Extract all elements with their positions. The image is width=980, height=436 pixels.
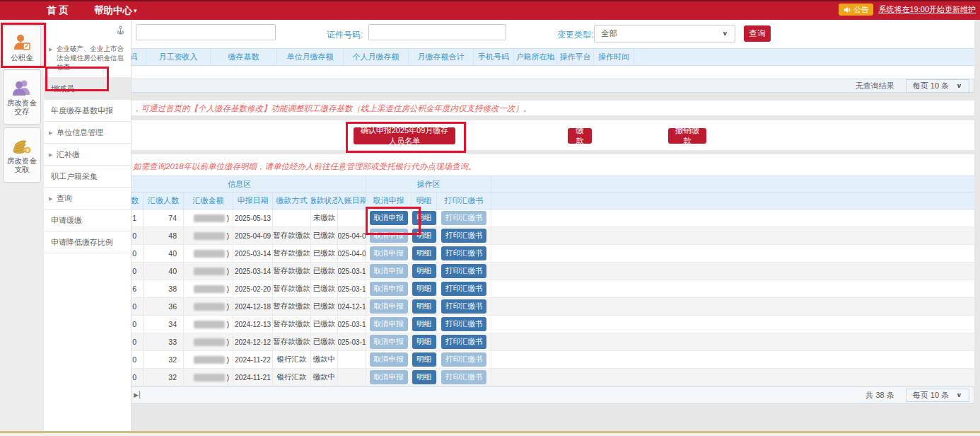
menu-item-0[interactable]: ▶企业破产、企业上市合法合规住房公积金信息核查: [44, 38, 131, 78]
print-remit-book-button[interactable]: 打印汇缴书: [441, 229, 486, 243]
t1-column-header: 月工资收入: [146, 49, 211, 65]
change-type-select[interactable]: 全部 ∨: [594, 25, 735, 42]
print-remit-book-button[interactable]: 打印汇缴书: [441, 264, 486, 278]
cancel-declare-button: 取消申报: [370, 282, 408, 296]
t2-cell-print: 打印汇缴书: [437, 227, 491, 244]
sidebar-item-fanggai-zhiqu[interactable]: ¥ 房改资金支取: [3, 127, 41, 183]
t2-cell-cancel: 取消申报: [366, 369, 412, 386]
detail-button[interactable]: 明细: [412, 335, 436, 349]
t2-cell-entry-date: 2025-04-09: [338, 245, 366, 262]
t2-cell-declare-date: 2025-03-14: [233, 263, 273, 280]
t2-cell-print: 打印汇缴书: [437, 280, 491, 297]
pay-button[interactable]: 缴款: [568, 128, 592, 144]
detail-button[interactable]: 明细: [412, 282, 436, 296]
cert-number-label: 证件号码:: [327, 29, 363, 41]
detail-button[interactable]: 明细: [412, 299, 436, 314]
masked-amount: [194, 250, 225, 258]
cert-number-input[interactable]: [368, 24, 506, 40]
detail-button[interactable]: 明细: [412, 352, 436, 367]
anchor-pin-icon[interactable]: [116, 25, 125, 35]
t2-cell-pay-method: 暂存款缴款: [273, 280, 311, 297]
print-remit-book-button: 打印汇缴书: [441, 352, 486, 367]
menu-item-1[interactable]: 增减员: [44, 78, 131, 100]
masked-amount: [194, 356, 225, 364]
masked-amount-suffix: ): [227, 338, 230, 346]
confirm-declare-button[interactable]: 确认申报2025年09月缴存人员名单: [354, 127, 455, 144]
t2-cell-declare-date: 2024-12-13: [233, 316, 273, 333]
remit-table-footer: ▶▏ 共 38 条 每页 10 条 ∨: [113, 386, 974, 403]
t2-row-filler: [491, 227, 974, 244]
t2-cell-count: 40: [144, 245, 184, 262]
t2-cell-pay-status: 已缴款: [311, 280, 338, 297]
t2-cell-pay-status: 已缴款: [311, 263, 338, 280]
remit-table-row: 048)2025-04-09暂存款缴款已缴款2025-04-09取消申报明细打印…: [113, 227, 974, 245]
t2-row-filler: [491, 369, 974, 386]
scroll-last-icon[interactable]: ▶▏: [134, 391, 145, 398]
print-remit-book-button[interactable]: 打印汇缴书: [441, 317, 486, 331]
masked-amount: [194, 285, 225, 293]
masked-amount: [194, 303, 225, 311]
actions-band: [44, 120, 974, 150]
menu-item-5[interactable]: 职工户籍采集: [44, 166, 131, 188]
revoke-pay-button[interactable]: 撤销缴款: [668, 128, 706, 144]
sidebar-item-gongjijin[interactable]: 公积金: [3, 25, 41, 69]
menu-item-7[interactable]: 申请缓缴: [44, 210, 131, 231]
page-size-select[interactable]: 每页 10 条 ∨: [906, 79, 969, 93]
menu-item-4[interactable]: ▶汇补缴: [44, 144, 131, 166]
masked-amount-suffix: ): [227, 214, 230, 222]
t2-cell-pay-status: 缴款中: [311, 351, 338, 368]
filter-input-1[interactable]: [136, 24, 276, 40]
t2-row-filler: [491, 280, 974, 297]
detail-button[interactable]: 明细: [412, 229, 436, 243]
nav-help-center[interactable]: 帮助中心▾: [94, 4, 137, 17]
t1-column-header: 单位月缴存额: [277, 49, 344, 65]
t2-cell-pay-status: 已缴款: [311, 298, 338, 315]
cancel-declare-button: 取消申报: [370, 264, 408, 278]
cancel-declare-button[interactable]: 取消申报: [370, 211, 408, 225]
employee-table-header: 号码月工资收入缴存基数单位月缴存额个人月缴存额月缴存额合计手机号码户籍所在地操作…: [113, 48, 974, 66]
top-navbar: 首 页 帮助中心▾ 公告 系统将在19:00开始更新维护: [0, 0, 980, 20]
t2-cell-print: 打印汇缴书: [437, 245, 491, 262]
detail-button[interactable]: 明细: [412, 264, 436, 278]
change-type-label: 变更类型:: [557, 29, 593, 41]
t2-cell-declare-date: 2024-11-22: [233, 351, 273, 368]
page-size-select-bottom[interactable]: 每页 10 条 ∨: [906, 389, 969, 402]
remit-table-row: 036)2024-12-18暂存款缴款已缴款2024-12-18取消申报明细打印…: [113, 298, 974, 316]
detail-button[interactable]: 明细: [412, 317, 436, 331]
print-remit-book-button[interactable]: 打印汇缴书: [441, 299, 486, 314]
query-button[interactable]: 查询: [744, 25, 771, 42]
t2-cell-amount: ): [184, 280, 233, 297]
t2-cell-amount: ): [184, 227, 233, 244]
t2-column-header: 申报日期: [233, 193, 273, 209]
print-remit-book-button[interactable]: 打印汇缴书: [441, 246, 486, 260]
total-count: 共 38 条: [865, 390, 894, 401]
print-remit-book-button[interactable]: 打印汇缴书: [441, 282, 486, 296]
t2-cell-detail: 明细: [412, 227, 437, 244]
t2-cell-print: 打印汇缴书: [437, 316, 491, 333]
no-result-text: 无查询结果: [856, 81, 894, 91]
menu-item-8[interactable]: 申请降低缴存比例: [44, 231, 131, 253]
sidebar-item-label: 房改资金交存: [6, 98, 37, 115]
t2-cell-pay-status: 缴款中: [311, 369, 338, 386]
print-remit-book-button[interactable]: 打印汇缴书: [441, 335, 486, 349]
detail-button[interactable]: 明细: [412, 246, 436, 260]
t1-column-header: 月缴存额合计: [409, 49, 474, 65]
detail-button[interactable]: 明细: [412, 211, 436, 225]
t2-cell-count: 34: [144, 316, 184, 333]
menu-item-3[interactable]: ▶单位信息管理: [44, 122, 131, 144]
sidebar-item-fanggai-jiaocun[interactable]: 房改资金交存: [3, 69, 41, 125]
page: 证件号码: 变更类型: 全部 ∨ 查询 号码月工资收入缴存基数单位月缴存额个人月…: [0, 0, 980, 436]
maintenance-notice-link[interactable]: 系统将在19:00开始更新维护: [878, 4, 976, 15]
t2-cell-print: 打印汇缴书: [437, 298, 491, 315]
cancel-declare-button: 取消申报: [370, 370, 408, 384]
menu-item-6[interactable]: ▶查询: [44, 188, 131, 210]
menu-item-label: 汇补缴: [57, 150, 80, 159]
nav-home[interactable]: 首 页: [47, 4, 69, 17]
menu-item-2[interactable]: 年度缴存基数申报: [44, 100, 131, 122]
nav-help-label: 帮助中心: [94, 5, 132, 16]
bottom-cream-strip: [0, 433, 980, 436]
t2-cell-entry-date: [338, 369, 366, 386]
detail-button[interactable]: 明细: [412, 370, 436, 384]
page-size-value: 每页 10 条: [913, 390, 949, 401]
menu-item-label: 增减员: [51, 84, 74, 93]
